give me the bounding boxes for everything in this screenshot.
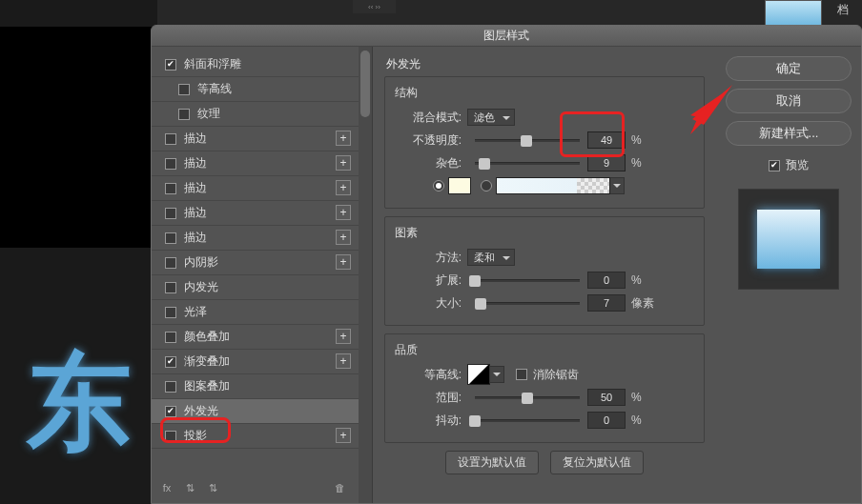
preview-label: 预览 (786, 157, 809, 173)
effect-checkbox[interactable] (165, 332, 176, 343)
make-default-button[interactable]: 设置为默认值 (445, 451, 539, 474)
jitter-slider-thumb[interactable] (469, 415, 481, 427)
effect-checkbox[interactable] (165, 59, 176, 71)
effect-row-11[interactable]: 颜色叠加+ (152, 325, 372, 350)
effect-checkbox[interactable] (178, 84, 190, 95)
spread-slider[interactable] (475, 279, 580, 282)
effect-row-3[interactable]: 描边+ (152, 127, 372, 151)
effect-label: 渐变叠加 (184, 353, 230, 370)
jitter-slider[interactable] (475, 419, 580, 422)
gradient-radio[interactable] (481, 180, 492, 192)
effect-row-14[interactable]: 外发光 (152, 399, 372, 424)
quality-section: 品质 等高线: 消除锯齿 范围: % 抖动: (384, 333, 705, 443)
effect-checkbox[interactable] (165, 356, 176, 368)
reset-default-button[interactable]: 复位为默认值 (550, 451, 644, 474)
glow-gradient-swatch[interactable] (496, 177, 610, 194)
noise-slider-thumb[interactable] (479, 158, 490, 170)
effect-row-2[interactable]: 纹理 (152, 102, 372, 127)
range-slider-thumb[interactable] (522, 393, 533, 404)
effect-checkbox[interactable] (165, 431, 176, 442)
effect-checkbox[interactable] (165, 282, 176, 293)
effects-list-panel: 斜面和浮雕等高线纹理描边+描边+描边+描边+描边+内阴影+内发光光泽颜色叠加+渐… (152, 47, 373, 503)
size-unit: 像素 (631, 295, 654, 312)
size-input[interactable] (587, 294, 626, 312)
method-label: 方法: (395, 250, 462, 266)
effect-checkbox[interactable] (165, 406, 176, 417)
fx-icon[interactable]: fx (159, 480, 174, 495)
range-input[interactable] (587, 389, 626, 406)
preview-box (738, 189, 839, 290)
outer-glow-title: 外发光 (386, 56, 705, 72)
ok-button[interactable]: 确定 (726, 56, 852, 81)
new-style-button[interactable]: 新建样式... (726, 121, 852, 146)
trash-icon[interactable]: 🗑 (332, 480, 347, 495)
effect-checkbox[interactable] (165, 133, 176, 145)
effect-row-10[interactable]: 光泽 (152, 300, 372, 325)
effect-checkbox[interactable] (165, 208, 176, 219)
effect-checkbox[interactable] (165, 257, 176, 269)
effect-checkbox[interactable] (165, 307, 176, 318)
effect-label: 内发光 (184, 279, 218, 295)
method-select[interactable]: 柔和 (467, 249, 515, 266)
effect-checkbox[interactable] (165, 158, 176, 170)
opacity-slider[interactable] (475, 139, 580, 142)
effect-row-7[interactable]: 描边+ (152, 226, 372, 251)
effect-row-5[interactable]: 描边+ (152, 176, 372, 201)
effect-row-1[interactable]: 等高线 (152, 77, 372, 102)
add-effect-icon[interactable]: + (336, 428, 351, 443)
size-slider-thumb[interactable] (475, 298, 486, 310)
noise-input[interactable] (587, 154, 626, 171)
structure-legend: 结构 (395, 85, 694, 101)
scrollbar-thumb[interactable] (360, 50, 370, 117)
add-effect-icon[interactable]: + (336, 180, 351, 195)
effect-checkbox[interactable] (165, 183, 176, 194)
blend-mode-select[interactable]: 滤色 (467, 109, 515, 126)
effect-row-9[interactable]: 内发光 (152, 275, 372, 300)
effect-row-12[interactable]: 渐变叠加+ (152, 350, 372, 374)
add-effect-icon[interactable]: + (336, 131, 351, 146)
antialias-checkbox[interactable] (516, 369, 527, 380)
range-slider[interactable] (475, 396, 580, 399)
opacity-unit: % (631, 133, 642, 147)
add-effect-icon[interactable]: + (336, 353, 351, 369)
effect-checkbox[interactable] (165, 381, 176, 393)
arrow-up-down2-icon[interactable]: ⇅ (205, 480, 220, 495)
cancel-button[interactable]: 取消 (726, 89, 852, 113)
preview-thumbnail (757, 210, 820, 269)
effect-row-15[interactable]: 投影+ (152, 424, 372, 449)
effect-label: 等高线 (197, 81, 232, 97)
add-effect-icon[interactable]: + (336, 329, 351, 344)
bg-top-tab: ‹‹ ›› (353, 0, 396, 13)
size-slider[interactable] (475, 302, 580, 305)
arrow-up-down-icon[interactable]: ⇅ (182, 480, 197, 495)
settings-panel: 外发光 结构 混合模式: 滤色 不透明度: % 杂色: % (373, 47, 716, 503)
add-effect-icon[interactable]: + (336, 205, 351, 220)
antialias-label: 消除锯齿 (533, 367, 579, 383)
contour-picker[interactable] (467, 364, 490, 385)
jitter-input[interactable] (587, 412, 626, 429)
noise-slider[interactable] (475, 162, 580, 165)
effect-checkbox[interactable] (178, 109, 190, 120)
color-radio[interactable] (433, 180, 444, 192)
effect-checkbox[interactable] (165, 232, 176, 244)
spread-slider-thumb[interactable] (469, 275, 481, 287)
opacity-slider-thumb[interactable] (521, 135, 532, 147)
effects-scrollbar[interactable] (359, 47, 372, 503)
contour-label: 等高线: (395, 367, 462, 383)
opacity-input[interactable] (587, 131, 626, 149)
spread-input[interactable] (587, 272, 626, 289)
contour-chevron-icon[interactable] (489, 366, 504, 383)
effect-row-8[interactable]: 内阴影+ (152, 251, 372, 275)
gradient-chevron-icon[interactable] (609, 177, 625, 194)
effect-row-4[interactable]: 描边+ (152, 151, 372, 176)
effect-row-0[interactable]: 斜面和浮雕 (152, 52, 372, 77)
glow-color-swatch[interactable] (448, 177, 471, 194)
add-effect-icon[interactable]: + (336, 230, 351, 245)
add-effect-icon[interactable]: + (336, 254, 351, 270)
noise-unit: % (631, 156, 642, 170)
effect-row-6[interactable]: 描边+ (152, 201, 372, 226)
effect-row-13[interactable]: 图案叠加 (152, 374, 372, 399)
jitter-label: 抖动: (395, 413, 462, 429)
add-effect-icon[interactable]: + (336, 155, 351, 171)
preview-checkbox[interactable] (769, 160, 780, 171)
